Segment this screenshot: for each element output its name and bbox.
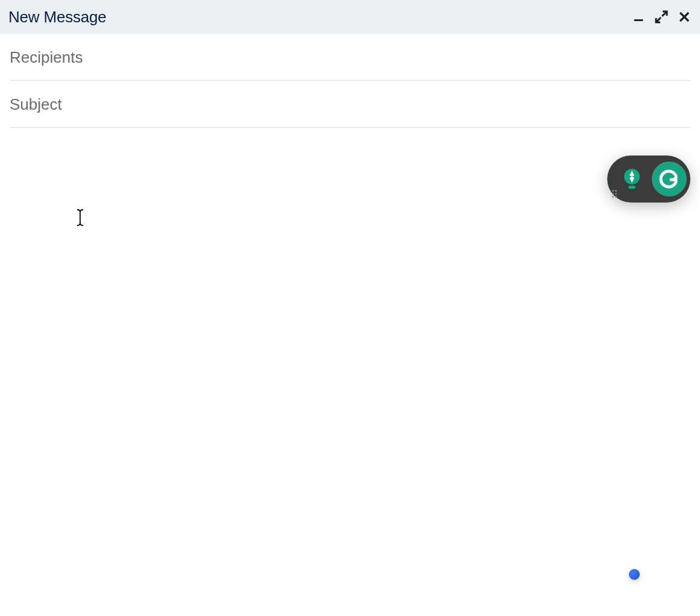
window-controls [631,10,692,24]
grammarly-g-icon [658,168,681,190]
compose-body-area[interactable] [0,128,700,611]
recipients-input[interactable] [10,48,690,67]
close-icon [677,10,692,24]
grammarly-main-button[interactable] [652,162,687,196]
compose-title: New Message [8,8,107,27]
grammarly-tone-button[interactable] [617,164,647,194]
expand-icon [654,10,669,24]
close-button[interactable] [677,10,692,24]
lightbulb-icon [619,166,645,192]
expand-button[interactable] [654,10,669,24]
minimize-icon [632,10,645,24]
svg-rect-7 [628,186,636,189]
status-indicator[interactable] [629,569,640,580]
compose-header: New Message [0,0,700,34]
compose-fields [0,34,700,128]
compose-body-input[interactable] [10,140,690,599]
recipients-row [10,34,690,81]
subject-input[interactable] [10,95,690,114]
drag-handle-icon[interactable] [612,190,617,198]
grammarly-widget[interactable] [607,156,690,203]
subject-row [10,81,690,128]
minimize-button[interactable] [631,10,646,24]
